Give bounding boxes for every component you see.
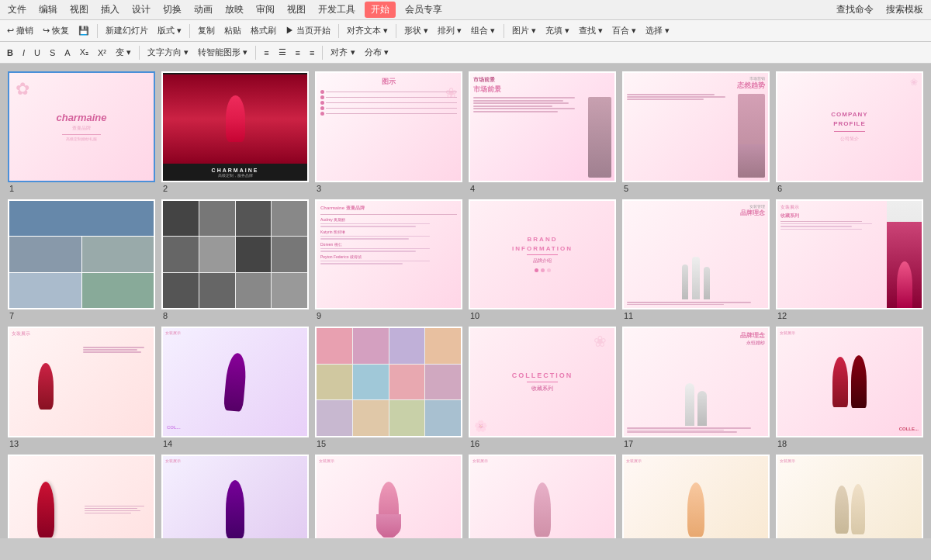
redo-btn[interactable]: ↪ 恢复 — [39, 23, 73, 38]
slide-item[interactable]: 品牌理念 永恒婚纱 17 — [622, 327, 770, 448]
slide-item[interactable]: 19 — [8, 455, 155, 539]
slide-thumbnail[interactable]: 女装管理 品牌理念 — [622, 199, 770, 310]
menu-insert[interactable]: 插入 — [98, 2, 123, 18]
menu-search[interactable]: 查找命令 — [833, 2, 877, 18]
slide-thumbnail[interactable]: 女装展示 — [8, 327, 155, 437]
slide-item[interactable]: 女装展示 21 — [315, 455, 462, 539]
menu-dev[interactable]: 开发工具 — [315, 2, 358, 18]
save-btn[interactable]: 💾 — [74, 24, 93, 37]
market-title: 市场前景 — [473, 85, 611, 95]
format-brush-btn[interactable]: 格式刷 — [247, 23, 280, 38]
slide-item[interactable]: 女装展示 13 — [8, 327, 155, 448]
slide-thumbnail[interactable]: 图示 ❀ — [315, 71, 462, 182]
brand-subtitle: 查曼品牌 — [72, 125, 91, 132]
slide-thumbnail[interactable]: 女装展示 COL... — [161, 327, 309, 437]
slide-thumbnail[interactable]: 女装展示 — [622, 455, 770, 539]
slide-thumbnail[interactable]: 女装展示 COLLE... — [776, 327, 923, 437]
slide-thumbnail[interactable]: BRAND INFORMATION 品牌介绍 — [469, 199, 616, 310]
text-direction-btn[interactable]: 文字方向 ▾ — [144, 45, 192, 60]
slide-item[interactable]: 市场营销 态然趋势 5 — [622, 71, 770, 193]
slide-item[interactable]: 女装展示 COL... 20 — [161, 455, 309, 539]
new-slide-btn[interactable]: 新建幻灯片 — [102, 23, 152, 38]
slide-thumbnail[interactable]: ✿ charmaine 查曼品牌 高级定制婚纱礼服 — [8, 71, 155, 182]
align2-btn[interactable]: 对齐 ▾ — [327, 45, 358, 60]
align-right-btn[interactable]: ≡ — [292, 47, 304, 59]
slide-thumbnail[interactable]: 市场营销 态然趋势 — [622, 71, 770, 182]
menu-slideshow[interactable]: 放映 — [222, 2, 247, 18]
slide-item[interactable]: 女装管理 品牌理念 11 — [622, 199, 770, 321]
menu-design[interactable]: 设计 — [129, 2, 154, 18]
slide-item[interactable]: CHARMAINE 高级定制，服务品牌 2 — [161, 71, 309, 193]
align-center-btn[interactable]: ☰ — [275, 46, 290, 59]
slide-thumbnail[interactable]: 市场前景 市场前景 — [469, 71, 616, 182]
slide-item[interactable]: 女装展示 收藏系列 12 — [776, 199, 923, 321]
find-btn[interactable]: 查找 ▾ — [575, 23, 607, 38]
slide-item[interactable]: 女装展示 COLLE... 18 — [776, 327, 923, 448]
strikethrough-btn[interactable]: S — [46, 47, 59, 59]
slide-item[interactable]: 女装展示 22 — [469, 455, 616, 539]
slide-item[interactable]: 8 — [161, 199, 309, 321]
align-text-btn[interactable]: 对齐文本 ▾ — [343, 23, 392, 38]
menu-file[interactable]: 文件 — [5, 2, 29, 18]
slide-thumbnail[interactable] — [161, 199, 309, 310]
slide-thumbnail[interactable] — [315, 327, 462, 437]
menu-animation[interactable]: 动画 — [191, 2, 216, 18]
menu-view2[interactable]: 视图 — [284, 2, 309, 18]
arrange-btn[interactable]: 排列 ▾ — [434, 23, 466, 38]
undo-btn[interactable]: ↩ 撤销 — [3, 23, 37, 38]
slide-thumbnail[interactable] — [8, 199, 155, 310]
slide-item[interactable]: COMPANY PROFILE 公司简介 ❀ 6 — [776, 71, 923, 193]
paste-btn[interactable]: 粘贴 — [220, 23, 245, 38]
slide-item[interactable]: ❀ COLLECTION 收藏系列 🌸 16 — [469, 327, 616, 448]
menu-review[interactable]: 审阅 — [253, 2, 278, 18]
slide-item[interactable]: 15 — [315, 327, 462, 448]
group-btn[interactable]: 组合 ▾ — [467, 23, 499, 38]
subscript-btn[interactable]: X₂ — [76, 46, 92, 59]
bold-btn[interactable]: B — [3, 47, 17, 59]
copy-btn[interactable]: 复制 — [194, 23, 219, 38]
slide-thumbnail[interactable]: ❀ COLLECTION 收藏系列 🌸 — [469, 327, 616, 437]
justify-btn[interactable]: ≡ — [306, 47, 318, 59]
slide-thumbnail[interactable]: 女装展示 — [315, 455, 462, 539]
slide-item[interactable]: BRAND INFORMATION 品牌介绍 10 — [469, 199, 616, 321]
slide-item[interactable]: ✿ charmaine 查曼品牌 高级定制婚纱礼服 1 — [8, 71, 155, 193]
slide-item[interactable]: 7 — [8, 199, 155, 321]
font-color-btn[interactable]: A — [61, 47, 74, 59]
picture-btn[interactable]: 图片 ▾ — [508, 23, 540, 38]
slide-thumbnail[interactable]: COMPANY PROFILE 公司简介 ❀ — [776, 71, 923, 182]
transform-btn[interactable]: 变 ▾ — [112, 45, 135, 60]
layout-btn[interactable]: 版式 ▾ — [154, 23, 185, 38]
underline-btn[interactable]: U — [30, 47, 44, 59]
shape-btn[interactable]: 形状 ▾ — [400, 23, 432, 38]
select-btn[interactable]: 选择 ▾ — [642, 23, 673, 38]
menu-edit[interactable]: 编辑 — [36, 2, 61, 18]
menu-member[interactable]: 会员专享 — [402, 2, 445, 18]
slide-item[interactable]: Charmaine 查曼品牌 Audrey 奥黛丽 Katyrin 凯特琳 Do… — [315, 199, 462, 321]
superscript-btn[interactable]: X² — [94, 47, 110, 59]
slide-thumbnail[interactable]: Charmaine 查曼品牌 Audrey 奥黛丽 Katyrin 凯特琳 Do… — [315, 199, 462, 310]
replace-btn[interactable]: 百合 ▾ — [608, 23, 640, 38]
slide-thumbnail[interactable]: 女装展示 — [776, 455, 923, 539]
current-start-btn[interactable]: ▶ 当页开始 — [282, 23, 334, 38]
start-button[interactable]: 开始 — [365, 2, 396, 18]
distribute-btn[interactable]: 分布 ▾ — [361, 45, 393, 60]
slide-item[interactable]: 图示 ❀ 3 — [315, 71, 462, 193]
slide-thumbnail[interactable]: 女装展示 COL... — [161, 455, 309, 539]
fill-btn[interactable]: 充填 ▾ — [542, 23, 573, 38]
menu-view[interactable]: 视图 — [67, 2, 92, 18]
italic-btn[interactable]: I — [19, 47, 29, 59]
factory-grid — [9, 201, 154, 309]
slide-item[interactable]: 女装展示 COL... 14 — [161, 327, 309, 448]
slide-thumbnail[interactable] — [8, 455, 155, 539]
slide-item[interactable]: 市场前景 市场前景 4 — [469, 71, 616, 193]
slide-thumbnail[interactable]: CHARMAINE 高级定制，服务品牌 — [161, 71, 309, 182]
menu-template[interactable]: 搜索模板 — [883, 2, 926, 18]
smart-art-btn[interactable]: 转智能图形 ▾ — [194, 45, 251, 60]
slide-thumbnail[interactable]: 女装展示 — [469, 455, 616, 539]
slide-item[interactable]: 女装展示 24 — [776, 455, 923, 539]
menu-transition[interactable]: 切换 — [160, 2, 185, 18]
slide-thumbnail[interactable]: 女装展示 收藏系列 — [776, 199, 923, 310]
slide-thumbnail[interactable]: 品牌理念 永恒婚纱 — [622, 327, 770, 437]
align-left-btn[interactable]: ≡ — [260, 47, 272, 59]
slide-item[interactable]: 女装展示 23 — [622, 455, 770, 539]
